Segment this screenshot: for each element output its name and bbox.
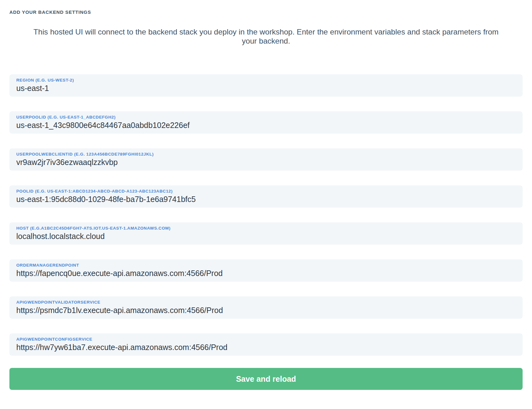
form-actions: Save and reload [9, 368, 523, 390]
field-poolid-input[interactable] [16, 194, 516, 204]
field-userpoolwebclientid-label: USERPOOLWEBCLIENTID (E.G. 123A456BCDE789… [16, 151, 516, 157]
field-ordermanagerendpoint-input[interactable] [16, 268, 516, 278]
field-host: HOST (E.G.A1BC2C45D6FGH7-ATS.IOT.US-EAST… [9, 222, 523, 245]
field-userpoolwebclientid-input[interactable] [16, 157, 516, 167]
field-apigwendpointvalidatorservice-label: APIGWENDPOINTVALIDATORSERVICE [16, 300, 516, 305]
field-ordermanagerendpoint-label: ORDERMANAGERENDPOINT [16, 263, 516, 268]
field-region-label: REGION (E.G. US-WEST-2) [16, 77, 516, 83]
field-apigwendpointconfigservice-label: APIGWENDPOINTCONFIGSERVICE [16, 337, 516, 342]
field-apigwendpointconfigservice: APIGWENDPOINTCONFIGSERVICE [9, 333, 523, 356]
settings-form: REGION (E.G. US-WEST-2) USERPOOLID (E.G.… [9, 74, 523, 356]
field-apigwendpointvalidatorservice: APIGWENDPOINTVALIDATORSERVICE [9, 296, 523, 319]
field-userpoolid-input[interactable] [16, 120, 516, 130]
field-host-input[interactable] [16, 231, 516, 241]
field-userpoolid: USERPOOLID (E.G. US-EAST-1_ABCDEFGH2) [9, 111, 523, 134]
field-region-input[interactable] [16, 83, 516, 93]
field-poolid: POOLID (E.G. US-EAST-1:ABCD1234-ABCD-ABC… [9, 185, 523, 208]
field-poolid-label: POOLID (E.G. US-EAST-1:ABCD1234-ABCD-ABC… [16, 189, 516, 194]
page-description: This hosted UI will connect to the backe… [31, 27, 501, 45]
field-userpoolid-label: USERPOOLID (E.G. US-EAST-1_ABCDEFGH2) [16, 114, 516, 120]
save-and-reload-button[interactable]: Save and reload [9, 368, 523, 390]
backend-settings-page: ADD YOUR BACKEND SETTINGS This hosted UI… [0, 0, 532, 409]
field-apigwendpointconfigservice-input[interactable] [16, 343, 516, 352]
field-host-label: HOST (E.G.A1BC2C45D6FGH7-ATS.IOT.US-EAST… [16, 226, 516, 231]
field-region: REGION (E.G. US-WEST-2) [9, 74, 523, 97]
field-ordermanagerendpoint: ORDERMANAGERENDPOINT [9, 259, 523, 282]
page-title: ADD YOUR BACKEND SETTINGS [9, 9, 523, 15]
field-apigwendpointvalidatorservice-input[interactable] [16, 305, 516, 315]
field-userpoolwebclientid: USERPOOLWEBCLIENTID (E.G. 123A456BCDE789… [9, 148, 523, 171]
